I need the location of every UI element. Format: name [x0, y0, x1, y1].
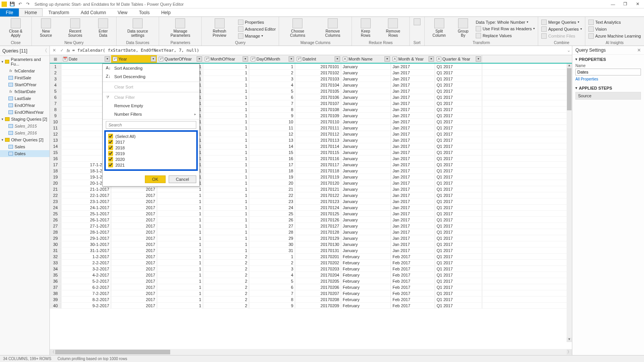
cell[interactable]: 11: [249, 125, 295, 131]
cell[interactable]: January: [341, 94, 391, 100]
cell[interactable]: 24: [249, 205, 295, 210]
cell[interactable]: 26-1-2017: [61, 217, 111, 223]
cell[interactable]: 1: [203, 180, 249, 186]
column-filter-dropdown-icon[interactable]: ▾: [335, 56, 340, 62]
column-header[interactable]: 1²QuarterOfYear▾: [157, 55, 203, 63]
cell[interactable]: 1-2-2017: [61, 254, 111, 259]
row-number[interactable]: 14: [50, 143, 61, 149]
cell[interactable]: 2: [249, 70, 295, 75]
cell[interactable]: 2: [203, 284, 249, 290]
row-number[interactable]: 19: [50, 174, 61, 180]
table-row[interactable]: 2121-1-20172017112120170121JanuaryJan 20…: [50, 186, 572, 192]
cell[interactable]: 1: [203, 149, 249, 155]
column-header[interactable]: 1²MonthOfYear▾: [203, 55, 249, 63]
properties-button[interactable]: Properties: [237, 19, 277, 25]
cell[interactable]: 2017: [111, 192, 157, 198]
cell[interactable]: 1: [157, 254, 203, 259]
row-number[interactable]: 7: [50, 100, 61, 106]
table-row[interactable]: 2727-1-20172017112720170127JanuaryJan 20…: [50, 223, 572, 229]
redo-icon[interactable]: ↷: [25, 1, 31, 7]
cell[interactable]: 1: [203, 88, 249, 94]
cell[interactable]: 21-1-2017: [61, 186, 111, 192]
cell[interactable]: 1: [203, 100, 249, 106]
cell[interactable]: 20170127: [295, 223, 341, 229]
cell[interactable]: 1: [157, 266, 203, 272]
row-number[interactable]: 15: [50, 149, 61, 155]
cell[interactable]: February: [341, 260, 391, 265]
new-source-button[interactable]: New Source: [34, 18, 58, 40]
tab-file[interactable]: File: [0, 8, 19, 16]
cell[interactable]: 1: [157, 229, 203, 235]
cell[interactable]: 2017: [111, 296, 157, 302]
query-item[interactable]: FirstSale: [0, 74, 49, 81]
cell[interactable]: 20170118: [295, 168, 341, 174]
cell[interactable]: January: [341, 180, 391, 186]
cell[interactable]: Q1 2017: [435, 162, 482, 167]
filter-cancel-button[interactable]: Cancel: [169, 175, 196, 183]
row-number[interactable]: 34: [50, 266, 61, 272]
cell[interactable]: 31-1-2017: [61, 247, 111, 253]
cell[interactable]: 1: [249, 254, 295, 259]
row-number[interactable]: 16: [50, 156, 61, 161]
cell[interactable]: 1: [157, 284, 203, 290]
vision-button[interactable]: Vision: [588, 26, 642, 32]
cell[interactable]: 20170206: [295, 284, 341, 290]
cell[interactable]: Jan 2017: [391, 205, 435, 210]
cell[interactable]: 20170207: [295, 290, 341, 296]
filter-check-select-all[interactable]: (Select All): [107, 133, 195, 139]
datatype-icon[interactable]: A: [437, 57, 441, 61]
cell[interactable]: 20170109: [295, 113, 341, 118]
cell[interactable]: Jan 2017: [391, 100, 435, 106]
cell[interactable]: 1: [157, 211, 203, 216]
cell[interactable]: Jan 2017: [391, 131, 435, 137]
cell[interactable]: Q1 2017: [435, 296, 482, 302]
cell[interactable]: Jan 2017: [391, 106, 435, 112]
row-number[interactable]: 3: [50, 76, 61, 82]
row-number[interactable]: 31: [50, 247, 61, 253]
cell[interactable]: 2017: [111, 303, 157, 308]
cell[interactable]: Q1 2017: [435, 113, 482, 118]
cell[interactable]: 17: [249, 162, 295, 167]
row-number[interactable]: 22: [50, 192, 61, 198]
cell[interactable]: February: [341, 254, 391, 259]
cell[interactable]: 1: [157, 260, 203, 265]
column-header[interactable]: 📅Date▾: [61, 55, 111, 63]
cell[interactable]: Q1 2017: [435, 70, 482, 75]
cell[interactable]: 20170130: [295, 241, 341, 247]
cell[interactable]: 29: [249, 235, 295, 241]
cell[interactable]: 1: [203, 217, 249, 223]
applied-step-source[interactable]: Source: [575, 92, 641, 100]
cell[interactable]: 20170102: [295, 70, 341, 75]
close-window-button[interactable]: ✕: [635, 2, 640, 7]
cell[interactable]: February: [341, 266, 391, 272]
group-by-button[interactable]: Group By: [453, 18, 472, 40]
cell[interactable]: 20170110: [295, 119, 341, 124]
cell[interactable]: Q1 2017: [435, 278, 482, 284]
cell[interactable]: Q1 2017: [435, 100, 482, 106]
cell[interactable]: 3: [249, 76, 295, 82]
column-filter-dropdown-icon[interactable]: ▾: [151, 56, 156, 62]
cell[interactable]: Q1 2017: [435, 156, 482, 161]
column-filter-dropdown-icon[interactable]: ▾: [384, 56, 390, 62]
cell[interactable]: 20170124: [295, 205, 341, 210]
cell[interactable]: 2: [203, 278, 249, 284]
cell[interactable]: 20170116: [295, 156, 341, 161]
table-row[interactable]: 2424-1-20172017112420170124JanuaryJan 20…: [50, 205, 572, 211]
cell[interactable]: 20170126: [295, 217, 341, 223]
cell[interactable]: January: [341, 174, 391, 180]
cell[interactable]: 1: [203, 229, 249, 235]
cell[interactable]: Q1 2017: [435, 235, 482, 241]
cell[interactable]: 4: [249, 272, 295, 278]
row-number[interactable]: 9: [50, 113, 61, 118]
filter-check-item[interactable]: 2018: [107, 145, 195, 151]
cell[interactable]: Jan 2017: [391, 76, 435, 82]
first-row-headers-button[interactable]: Use First Row as Headers▾: [475, 26, 536, 32]
minimize-button[interactable]: —: [610, 2, 616, 7]
cell[interactable]: Q1 2017: [435, 88, 482, 94]
cell[interactable]: Q1 2017: [435, 106, 482, 112]
cell[interactable]: 1: [157, 303, 203, 308]
sort-asc-button[interactable]: [412, 18, 422, 40]
cell[interactable]: 20170104: [295, 82, 341, 88]
advanced-editor-button[interactable]: Advanced Editor: [237, 26, 277, 32]
cell[interactable]: Feb 2017: [391, 260, 435, 265]
